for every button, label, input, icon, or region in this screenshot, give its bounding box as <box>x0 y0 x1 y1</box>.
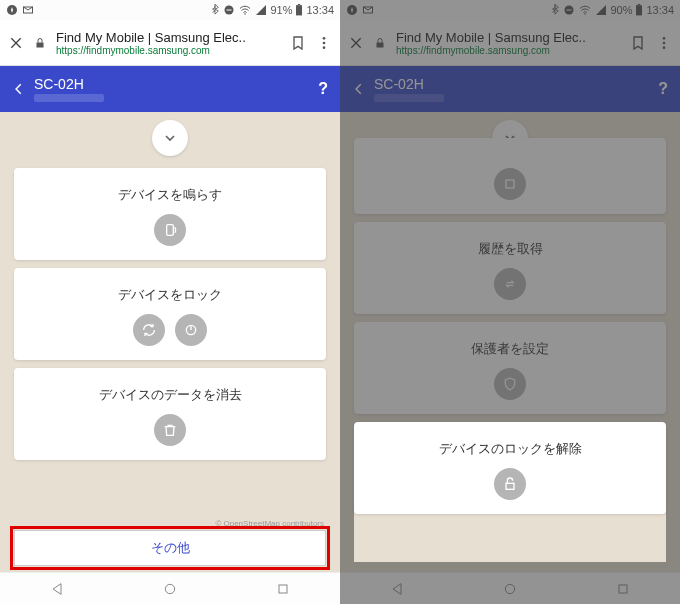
url-area[interactable]: Find My Mobile | Samsung Elec.. https://… <box>56 30 280 56</box>
card-title: デバイスを鳴らす <box>118 186 222 204</box>
bookmark-icon[interactable] <box>290 35 306 51</box>
nav-back-icon[interactable] <box>49 581 65 597</box>
content-area: デバイスを鳴らす デバイスをロック デバイスのデータを消去 © OpenStre… <box>0 112 340 572</box>
svg-point-24 <box>663 41 666 44</box>
card-lock-device[interactable]: デバイスをロック <box>14 268 326 360</box>
svg-rect-29 <box>619 585 627 593</box>
nav-home-icon[interactable] <box>162 581 178 597</box>
bookmark-icon[interactable] <box>630 35 646 51</box>
nav-recent-icon[interactable] <box>275 581 291 597</box>
refresh-icon <box>133 314 165 346</box>
trash-icon <box>154 414 186 446</box>
mail-icon <box>22 4 34 16</box>
phone-right: 90% 13:34 Find My Mobile | Samsung Elec.… <box>340 0 680 604</box>
svg-point-8 <box>323 37 326 40</box>
device-subtext <box>374 94 444 102</box>
svg-rect-22 <box>377 42 384 47</box>
app-header: SC-02H ? <box>0 66 340 112</box>
svg-rect-26 <box>506 180 514 188</box>
card-partial-top[interactable] <box>354 138 666 214</box>
back-icon[interactable] <box>12 82 26 96</box>
content-area: 履歴を取得 保護者を設定 デバイスのロックを解除 <box>340 112 680 572</box>
page-url: https://findmymobile.samsung.com <box>56 45 280 56</box>
svg-rect-21 <box>638 4 640 5</box>
svg-point-13 <box>165 584 174 593</box>
svg-rect-18 <box>567 10 572 11</box>
card-title: 保護者を設定 <box>471 340 549 358</box>
bluetooth-icon <box>550 4 560 16</box>
unlock-icon <box>494 468 526 500</box>
page-title: Find My Mobile | Samsung Elec.. <box>56 30 280 45</box>
svg-rect-3 <box>227 10 232 11</box>
browser-bar: Find My Mobile | Samsung Elec.. https://… <box>0 20 340 66</box>
more-icon[interactable] <box>316 35 332 51</box>
power-lock-icon <box>175 314 207 346</box>
bluetooth-icon <box>210 4 220 16</box>
svg-rect-11 <box>167 225 174 236</box>
phone-left: 91% 13:34 Find My Mobile | Samsung Elec.… <box>0 0 340 604</box>
svg-rect-5 <box>296 5 302 15</box>
other-button[interactable]: その他 <box>14 530 326 566</box>
card-title: デバイスのデータを消去 <box>99 386 242 404</box>
status-bar: 90% 13:34 <box>340 0 680 20</box>
signal-icon <box>255 4 267 16</box>
other-button-label: その他 <box>151 539 190 557</box>
page-title: Find My Mobile | Samsung Elec.. <box>396 30 620 45</box>
card-set-guardian[interactable]: 保護者を設定 <box>354 322 666 414</box>
nav-home-icon[interactable] <box>502 581 518 597</box>
wifi-icon <box>238 4 252 16</box>
lock-icon <box>34 36 46 50</box>
android-nav-bar <box>340 572 680 604</box>
card-get-history[interactable]: 履歴を取得 <box>354 222 666 314</box>
device-name: SC-02H <box>374 76 444 92</box>
back-icon[interactable] <box>352 82 366 96</box>
card-ring-device[interactable]: デバイスを鳴らす <box>14 168 326 260</box>
status-bar: 91% 13:34 <box>0 0 340 20</box>
svg-point-4 <box>245 13 247 15</box>
lock-icon <box>374 36 386 50</box>
backup-icon <box>494 168 526 200</box>
url-area[interactable]: Find My Mobile | Samsung Elec.. https://… <box>396 30 620 56</box>
collapse-button[interactable] <box>152 120 188 156</box>
nav-back-icon[interactable] <box>389 581 405 597</box>
close-icon[interactable] <box>348 35 364 51</box>
battery-icon <box>635 4 643 16</box>
help-icon[interactable]: ? <box>658 80 668 98</box>
device-name: SC-02H <box>34 76 104 92</box>
svg-point-25 <box>663 46 666 49</box>
svg-rect-14 <box>279 585 287 593</box>
time-text: 13:34 <box>306 4 334 16</box>
battery-text: 91% <box>270 4 292 16</box>
svg-point-10 <box>323 46 326 49</box>
shield-icon <box>494 368 526 400</box>
dnd-icon <box>563 4 575 16</box>
time-text: 13:34 <box>646 4 674 16</box>
app-header: SC-02H ? <box>340 66 680 112</box>
more-icon[interactable] <box>656 35 672 51</box>
svg-rect-7 <box>37 42 44 47</box>
close-icon[interactable] <box>8 35 24 51</box>
svg-point-28 <box>505 584 514 593</box>
card-erase-data[interactable]: デバイスのデータを消去 <box>14 368 326 460</box>
svg-point-19 <box>585 13 587 15</box>
compass-icon <box>346 4 358 16</box>
page-url: https://findmymobile.samsung.com <box>396 45 620 56</box>
card-unlock-device[interactable]: デバイスのロックを解除 <box>354 422 666 514</box>
signal-icon <box>595 4 607 16</box>
mail-icon <box>362 4 374 16</box>
device-subtext <box>34 94 104 102</box>
card-title: デバイスをロック <box>118 286 222 304</box>
wifi-icon <box>578 4 592 16</box>
browser-bar: Find My Mobile | Samsung Elec.. https://… <box>340 20 680 66</box>
card-title: 履歴を取得 <box>478 240 543 258</box>
svg-rect-6 <box>298 4 300 5</box>
compass-icon <box>6 4 18 16</box>
battery-icon <box>295 4 303 16</box>
battery-text: 90% <box>610 4 632 16</box>
card-title: デバイスのロックを解除 <box>439 440 582 458</box>
swap-icon <box>494 268 526 300</box>
ring-icon <box>154 214 186 246</box>
help-icon[interactable]: ? <box>318 80 328 98</box>
dnd-icon <box>223 4 235 16</box>
nav-recent-icon[interactable] <box>615 581 631 597</box>
